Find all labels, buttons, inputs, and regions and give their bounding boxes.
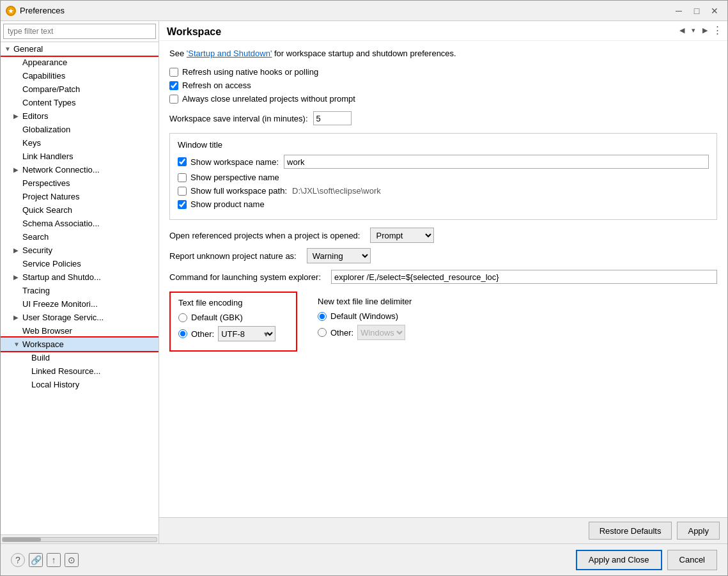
refresh-access-checkbox[interactable]	[169, 81, 178, 90]
encoding-default-row: Default (GBK)	[178, 313, 288, 322]
delimiter-default-radio[interactable]	[318, 312, 327, 321]
sidebar-item-general[interactable]: ▼ General	[1, 42, 159, 56]
sidebar-item-search[interactable]: Search	[1, 230, 159, 244]
always-close-row: Always close unrelated projects without …	[169, 94, 717, 104]
apply-button[interactable]: Apply	[677, 522, 720, 540]
sidebar-label-general: General	[13, 44, 43, 54]
sidebar-label-project-natures: Project Natures	[22, 192, 80, 201]
sidebar-label-appearance: Appearance	[22, 58, 67, 67]
show-perspective-name-checkbox[interactable]	[178, 173, 187, 182]
show-product-name-checkbox[interactable]	[178, 200, 187, 209]
sidebar-label-editors: Editors	[22, 111, 48, 121]
sidebar-label-local-history: Local History	[31, 380, 79, 389]
always-close-checkbox[interactable]	[169, 95, 178, 104]
sidebar-item-tracing[interactable]: Tracing	[1, 284, 159, 297]
sidebar-horizontal-scrollbar[interactable]	[1, 534, 159, 543]
command-input[interactable]	[331, 270, 717, 284]
sidebar-item-content-types[interactable]: Content Types	[1, 96, 159, 109]
sidebar-label-compare-patch: Compare/Patch	[22, 84, 80, 94]
sidebar-item-security[interactable]: ▶ Security	[1, 244, 159, 257]
sidebar-item-build[interactable]: Build	[1, 351, 159, 364]
save-interval-input[interactable]	[313, 111, 352, 125]
sidebar-item-linked-resources[interactable]: Linked Resource...	[1, 364, 159, 378]
refresh-native-checkbox[interactable]	[169, 68, 178, 77]
show-perspective-name-row: Show perspective name	[178, 173, 709, 182]
sidebar-label-user-storage: User Storage Servic...	[22, 313, 104, 322]
encoding-other-label: Other:	[191, 329, 214, 339]
link-icon[interactable]: 🔗	[29, 553, 43, 567]
encoding-other-row: Other: UTF-8 UTF-16 ISO-8859-1 GBK ▾	[178, 326, 288, 341]
tree-area: ▼ General Appearance Capabilities Compar…	[1, 42, 159, 534]
apply-and-close-button[interactable]: Apply and Close	[576, 550, 662, 570]
open-referenced-select[interactable]: Prompt Always Never	[370, 228, 434, 243]
sidebar-item-network[interactable]: ▶ Network Connectio...	[1, 163, 159, 176]
sidebar-item-quick-search[interactable]: Quick Search	[1, 203, 159, 217]
forward-button[interactable]: ▶	[699, 24, 711, 36]
sidebar-item-web-browser[interactable]: Web Browser	[1, 324, 159, 338]
sidebar-item-editors[interactable]: ▶ Editors	[1, 109, 159, 123]
refresh-access-row: Refresh on access	[169, 81, 717, 90]
import-icon[interactable]: ⊙	[65, 553, 79, 567]
restore-defaults-button[interactable]: Restore Defaults	[589, 522, 672, 540]
sidebar-item-local-history[interactable]: Local History	[1, 378, 159, 391]
sidebar-item-compare-patch[interactable]: Compare/Patch	[1, 82, 159, 96]
filter-input[interactable]	[3, 24, 156, 39]
panel-menu-button[interactable]: ⋮	[712, 24, 722, 36]
bottom-icons-area: ? 🔗 ↑ ⊙	[11, 553, 79, 567]
close-button[interactable]: ✕	[707, 3, 722, 19]
bottom-bar: ? 🔗 ↑ ⊙ Apply and Close Cancel	[1, 543, 727, 575]
title-bar-text: Preferences	[20, 6, 671, 15]
encoding-delimiter-section: Text file encoding Default (GBK) Other: …	[169, 292, 717, 352]
sidebar-item-capabilities[interactable]: Capabilities	[1, 69, 159, 82]
refresh-access-label: Refresh on access	[182, 81, 251, 90]
description-line: See 'Startup and Shutdown' for workspace…	[169, 49, 717, 58]
sidebar-item-startup[interactable]: ▶ Startup and Shutdo...	[1, 270, 159, 284]
panel-footer: Restore Defaults Apply	[159, 517, 727, 543]
minimize-button[interactable]: ─	[671, 3, 686, 19]
sidebar-label-link-handlers: Link Handlers	[22, 152, 74, 161]
sidebar-item-globalization[interactable]: Globalization	[1, 123, 159, 136]
export-icon[interactable]: ↑	[47, 553, 61, 567]
delimiter-other-select[interactable]: Windows Unix Mac	[357, 325, 405, 340]
report-unknown-row: Report unknown project nature as: Warnin…	[169, 248, 717, 263]
show-full-path-checkbox[interactable]	[178, 187, 187, 196]
cancel-button[interactable]: Cancel	[667, 550, 717, 570]
open-referenced-row: Open referenced projects when a project …	[169, 228, 717, 243]
encoding-other-select[interactable]: UTF-8 UTF-16 ISO-8859-1 GBK	[218, 326, 275, 341]
sidebar-item-perspectives[interactable]: Perspectives	[1, 176, 159, 190]
title-bar: Preferences ─ □ ✕	[1, 1, 727, 21]
encoding-other-radio[interactable]	[178, 329, 187, 338]
sidebar-item-user-storage[interactable]: ▶ User Storage Servic...	[1, 311, 159, 324]
sidebar-item-schema[interactable]: Schema Associatio...	[1, 217, 159, 230]
maximize-button[interactable]: □	[689, 3, 704, 19]
report-unknown-select[interactable]: Warning Error Ignore	[307, 248, 371, 263]
sidebar-item-appearance[interactable]: Appearance	[1, 56, 159, 69]
workspace-name-input[interactable]	[284, 155, 709, 169]
startup-shutdown-link[interactable]: 'Startup and Shutdown'	[187, 49, 272, 58]
filter-box	[1, 21, 159, 42]
delimiter-other-row: Other: Windows Unix Mac	[318, 325, 430, 340]
sidebar-item-workspace[interactable]: ▼ Workspace	[1, 338, 159, 351]
delimiter-other-radio[interactable]	[318, 328, 327, 337]
description-suffix: for workspace startup and shutdown prefe…	[274, 49, 456, 58]
sidebar-item-link-handlers[interactable]: Link Handlers	[1, 150, 159, 163]
sidebar-label-build: Build	[31, 353, 50, 362]
show-workspace-name-label: Show workspace name:	[190, 157, 279, 167]
sidebar: ▼ General Appearance Capabilities Compar…	[1, 21, 159, 543]
sidebar-label-capabilities: Capabilities	[22, 71, 65, 81]
help-icon[interactable]: ?	[11, 553, 25, 567]
delimiter-box: New text file line delimiter Default (Wi…	[310, 292, 438, 352]
sidebar-label-content-types: Content Types	[22, 98, 76, 107]
sidebar-item-keys[interactable]: Keys	[1, 136, 159, 150]
encoding-default-radio[interactable]	[178, 313, 187, 322]
sidebar-item-project-natures[interactable]: Project Natures	[1, 190, 159, 203]
sidebar-label-startup: Startup and Shutdo...	[22, 272, 101, 282]
report-unknown-label: Report unknown project nature as:	[169, 251, 297, 261]
show-perspective-name-label: Show perspective name	[190, 173, 279, 182]
sidebar-label-security: Security	[22, 245, 52, 255]
back-button[interactable]: ◀	[676, 24, 688, 36]
back-dropdown-button[interactable]: ▾	[689, 24, 698, 36]
sidebar-item-service-policies[interactable]: Service Policies	[1, 257, 159, 270]
show-workspace-name-checkbox[interactable]	[178, 157, 187, 166]
sidebar-item-ui-freeze[interactable]: UI Freeze Monitori...	[1, 297, 159, 311]
